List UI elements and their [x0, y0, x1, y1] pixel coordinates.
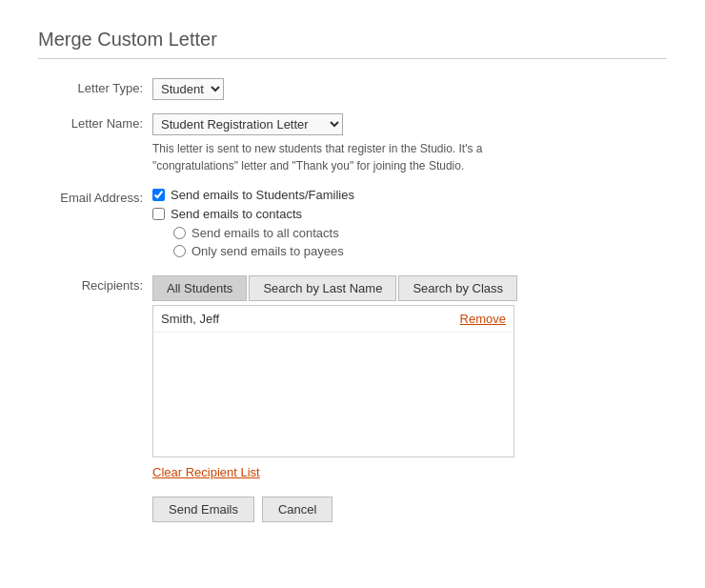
all-contacts-label: Send emails to all contacts: [191, 226, 339, 240]
letter-type-select[interactable]: Student Family Staff: [152, 78, 224, 100]
send-to-contacts-checkbox[interactable]: [152, 208, 165, 220]
letter-name-row: Letter Name: Student Registration Letter…: [38, 113, 667, 174]
only-payees-row: Only send emails to payees: [173, 244, 667, 258]
only-payees-label: Only send emails to payees: [191, 244, 344, 258]
recipients-row: Recipients: All Students Search by Last …: [38, 275, 667, 522]
letter-type-label: Letter Type:: [38, 78, 152, 95]
recipients-buttons: All Students Search by Last Name Search …: [152, 275, 667, 301]
only-payees-radio[interactable]: [173, 245, 186, 257]
remove-link[interactable]: Remove: [460, 312, 506, 326]
send-emails-button[interactable]: Send Emails: [152, 497, 254, 522]
letter-description: This letter is sent to new students that…: [152, 140, 534, 174]
letter-type-row: Letter Type: Student Family Staff: [38, 78, 667, 100]
page-title: Merge Custom Letter: [38, 29, 667, 59]
search-by-class-button[interactable]: Search by Class: [398, 275, 517, 301]
action-buttons: Send Emails Cancel: [152, 497, 667, 522]
letter-name-select[interactable]: Student Registration Letter Welcome Lett…: [152, 113, 343, 135]
recipients-label: Recipients:: [38, 275, 152, 293]
radio-group: Send emails to all contacts Only send em…: [173, 226, 667, 262]
table-row: Smith, Jeff Remove: [153, 306, 514, 333]
email-options-content: Send emails to Students/Families Send em…: [152, 188, 667, 262]
all-contacts-row: Send emails to all contacts: [173, 226, 667, 240]
all-contacts-radio[interactable]: [173, 227, 186, 239]
page-container: Merge Custom Letter Letter Type: Student…: [19, 19, 686, 564]
letter-name-content: Student Registration Letter Welcome Lett…: [152, 113, 667, 174]
recipients-list: Smith, Jeff Remove: [152, 305, 514, 457]
letter-name-label: Letter Name:: [38, 113, 152, 131]
clear-recipient-list-link[interactable]: Clear Recipient List: [152, 465, 260, 479]
email-address-row: Email Address: Send emails to Students/F…: [38, 188, 667, 262]
recipient-name: Smith, Jeff: [161, 312, 219, 326]
recipients-content: All Students Search by Last Name Search …: [152, 275, 667, 522]
cancel-button[interactable]: Cancel: [262, 497, 332, 522]
send-to-contacts-row: Send emails to contacts: [152, 207, 667, 221]
send-to-students-label: Send emails to Students/Families: [171, 188, 354, 202]
send-to-students-checkbox[interactable]: [152, 189, 165, 201]
search-by-last-name-button[interactable]: Search by Last Name: [249, 275, 396, 301]
send-to-contacts-label: Send emails to contacts: [171, 207, 302, 221]
all-students-button[interactable]: All Students: [152, 275, 247, 301]
letter-type-content: Student Family Staff: [152, 78, 667, 100]
send-to-students-row: Send emails to Students/Families: [152, 188, 667, 202]
email-address-label: Email Address:: [38, 188, 152, 205]
